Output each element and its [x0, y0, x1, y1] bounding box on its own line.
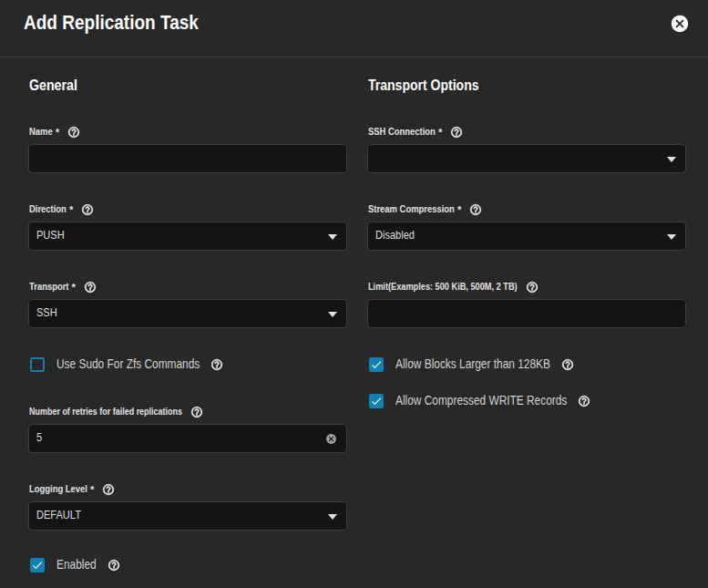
- stream-compression-select-value: Disabled: [375, 222, 415, 248]
- retries-input-value: 5: [36, 424, 42, 450]
- limit-field: Limit(Examples: 500 KiB, 500M, 2 TB): [367, 281, 686, 328]
- logging-level-label: Logging Level: [29, 483, 87, 495]
- transport-options-heading: Transport Options: [368, 77, 479, 92]
- name-field: Name *: [28, 126, 347, 173]
- transport-select[interactable]: SSH: [28, 299, 347, 328]
- dropdown-arrow-icon: [328, 234, 337, 240]
- help-icon[interactable]: [469, 203, 482, 216]
- allow-blocks-checkbox[interactable]: [369, 357, 384, 372]
- help-icon[interactable]: [210, 358, 223, 371]
- checkmark-icon: [370, 358, 383, 371]
- help-icon[interactable]: [578, 395, 590, 407]
- direction-label: Direction: [29, 203, 67, 215]
- retries-label: Number of retries for failed replication…: [29, 406, 182, 418]
- help-icon[interactable]: [102, 483, 115, 496]
- transport-options-section: Transport Options SSH Connection * Strea…: [367, 0, 686, 588]
- direction-select-value: PUSH: [36, 222, 65, 248]
- transport-field: Transport * SSH: [28, 281, 347, 328]
- logging-level-select-value: DEFAULT: [36, 501, 81, 528]
- required-asterisk: *: [56, 127, 59, 138]
- direction-field: Direction * PUSH: [28, 203, 347, 251]
- use-sudo-checkbox[interactable]: [30, 357, 45, 372]
- allow-write-label: Allow Compressed WRITE Records: [395, 393, 567, 408]
- required-asterisk: *: [438, 127, 442, 138]
- allow-write-checkbox[interactable]: [369, 394, 384, 408]
- allow-write-checkbox-row: Allow Compressed WRITE Records: [369, 393, 590, 408]
- ssh-connection-select[interactable]: [367, 144, 686, 173]
- direction-select[interactable]: PUSH: [28, 222, 347, 251]
- dropdown-arrow-icon: [667, 234, 676, 240]
- enabled-checkbox[interactable]: [30, 558, 45, 573]
- name-label: Name: [29, 126, 53, 138]
- use-sudo-label: Use Sudo For Zfs Commands: [56, 356, 200, 372]
- help-icon[interactable]: [81, 203, 94, 216]
- required-asterisk: *: [72, 282, 76, 293]
- required-asterisk: *: [457, 204, 461, 215]
- stream-compression-field: Stream Compression * Disabled: [367, 203, 686, 251]
- retries-input[interactable]: 5: [28, 424, 347, 453]
- checkmark-icon: [370, 395, 383, 407]
- transport-select-value: SSH: [36, 299, 57, 325]
- retries-field: Number of retries for failed replication…: [28, 406, 347, 453]
- help-icon[interactable]: [84, 281, 97, 294]
- dropdown-arrow-icon: [328, 514, 337, 520]
- general-section: General Name * Direction * PUSH Transpor…: [28, 0, 347, 588]
- logging-level-field: Logging Level * DEFAULT: [28, 483, 347, 531]
- ssh-connection-field: SSH Connection *: [367, 126, 686, 173]
- enabled-checkbox-row: Enabled: [30, 557, 120, 573]
- use-sudo-checkbox-row: Use Sudo For Zfs Commands: [30, 356, 223, 372]
- limit-input[interactable]: [367, 299, 686, 328]
- help-icon[interactable]: [190, 406, 203, 418]
- stream-compression-label: Stream Compression: [368, 203, 455, 215]
- transport-label: Transport: [29, 281, 69, 293]
- help-icon[interactable]: [108, 559, 120, 572]
- help-icon[interactable]: [526, 281, 539, 294]
- allow-blocks-checkbox-row: Allow Blocks Larger than 128KB: [369, 356, 574, 372]
- help-icon[interactable]: [450, 126, 463, 139]
- logging-level-select[interactable]: DEFAULT: [28, 501, 347, 531]
- checkmark-icon: [31, 559, 44, 572]
- allow-blocks-label: Allow Blocks Larger than 128KB: [395, 356, 550, 372]
- help-icon[interactable]: [561, 358, 574, 371]
- required-asterisk: *: [90, 484, 94, 495]
- dropdown-arrow-icon: [667, 157, 676, 162]
- name-input[interactable]: [28, 144, 347, 173]
- general-heading: General: [29, 77, 77, 92]
- help-icon[interactable]: [67, 126, 80, 139]
- required-asterisk: *: [69, 204, 73, 215]
- enabled-label: Enabled: [56, 557, 97, 573]
- limit-label: Limit(Examples: 500 KiB, 500M, 2 TB): [368, 281, 518, 293]
- dropdown-arrow-icon: [328, 312, 337, 317]
- clear-icon[interactable]: [325, 433, 337, 445]
- stream-compression-select[interactable]: Disabled: [367, 222, 686, 251]
- ssh-connection-label: SSH Connection: [368, 126, 436, 138]
